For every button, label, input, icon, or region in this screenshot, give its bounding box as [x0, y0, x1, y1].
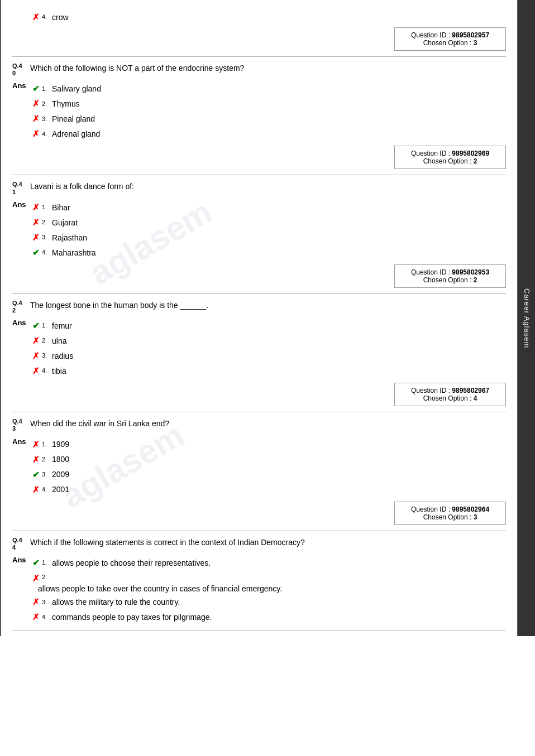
q40-text: Which of the following is NOT a part of …: [30, 62, 506, 74]
q40-options: ✔ 1. Salivary gland ✗ 2. Thymus ✗ 3. Pin…: [32, 80, 101, 142]
question-40-block: Q.40 Which of the following is NOT a par…: [12, 57, 506, 175]
sidebar-label: Career Aglasem: [523, 288, 531, 348]
q43-text: When did the civil war in Sri Lanka end?: [30, 418, 506, 430]
q40-qid-label: Question ID :: [411, 150, 450, 157]
q44-number: Q.44: [12, 537, 30, 551]
q42-opt2: ✗ 2. ulna: [32, 334, 73, 348]
correct-icon: ✔: [32, 468, 40, 481]
q43-opt2: ✗ 2. 1800: [32, 453, 69, 466]
wrong-icon: ✗: [32, 216, 40, 229]
q42-qid-label: Question ID :: [411, 387, 450, 394]
sidebar-right: Career Aglasem: [518, 0, 535, 636]
question-43-block: Q.43 When did the civil war in Sri Lanka…: [12, 412, 506, 531]
q44-opt1-text: allows people to choose their representa…: [52, 557, 211, 569]
correct-icon: ✔: [32, 319, 40, 333]
q44-opt4-text: commands people to pay taxes for pilgrim…: [52, 611, 212, 623]
wrong-icon: ✗: [32, 334, 40, 348]
wrong-icon: ✗: [32, 483, 40, 497]
q43-info-box: Question ID : 9895802964 Chosen Option :…: [12, 502, 506, 525]
option-text: crow: [52, 11, 69, 23]
q42-ans-label: Ans: [12, 317, 32, 327]
q41-chosen-label: Chosen Option :: [423, 276, 472, 284]
q42-header: Q.42 The longest bone in the human body …: [12, 300, 506, 314]
q42-opt1: ✔ 1. femur: [32, 319, 73, 333]
q42-number: Q.42: [12, 300, 30, 314]
q42-qid-value: 9895802967: [452, 387, 489, 394]
q44-opt4: ✗ 4. commands people to pay taxes for pi…: [32, 610, 282, 624]
q41-opt3-text: Rajasthan: [52, 232, 87, 244]
prev-chosen-value: 3: [474, 39, 477, 47]
wrong-icon: ✗: [32, 11, 40, 24]
q41-info-inner: Question ID : 9895802953 Chosen Option :…: [394, 264, 506, 288]
q42-opt1-text: femur: [52, 320, 72, 332]
q43-opt3: ✔ 3. 2009: [32, 468, 69, 481]
q42-info-box: Question ID : 9895802967 Chosen Option :…: [12, 383, 506, 406]
q42-opt3-text: radius: [52, 350, 73, 362]
q41-info-box: Question ID : 9895802953 Chosen Option :…: [12, 264, 506, 288]
q44-opt2-text: allows people to take over the country i…: [32, 584, 282, 593]
wrong-icon: ✗: [32, 610, 40, 624]
q44-opt3-text: allows the military to rule the country.: [52, 596, 180, 608]
top-crow-item: ✗ 4. crow Question ID : 9895802957 Chose…: [12, 6, 506, 57]
wrong-icon: ✗: [32, 201, 40, 214]
q44-header: Q.44 Which if the following statements i…: [12, 537, 506, 551]
prev-qid-value: 9895802957: [452, 31, 489, 39]
q42-options: ✔ 1. femur ✗ 2. ulna ✗ 3. radius: [32, 317, 73, 379]
q40-opt3: ✗ 3. Pineal gland: [32, 112, 101, 126]
q42-opt3: ✗ 3. radius: [32, 349, 73, 363]
wrong-icon: ✗: [32, 127, 40, 141]
q43-opt4-text: 2001: [52, 483, 69, 495]
q41-qid-label: Question ID :: [411, 268, 450, 276]
q41-ans-row: Ans ✗ 1. Bihar ✗ 2. Gujarat ✗ 3.: [12, 199, 506, 261]
q40-opt2: ✗ 2. Thymus: [32, 97, 101, 110]
wrong-icon: ✗: [32, 112, 40, 126]
q43-number: Q.43: [12, 418, 30, 432]
q40-ans-label: Ans: [12, 80, 32, 90]
q42-ans-row: Ans ✔ 1. femur ✗ 2. ulna ✗ 3.: [12, 317, 506, 379]
prev-info-box: Question ID : 9895802957 Chosen Option :…: [32, 27, 506, 51]
q41-opt3: ✗ 3. Rajasthan: [32, 231, 96, 244]
wrong-icon: ✗: [32, 97, 40, 110]
q43-opt1-text: 1909: [52, 438, 69, 450]
option-number: 4.: [42, 12, 52, 22]
q40-qid-value: 9895802969: [452, 150, 489, 157]
correct-icon: ✔: [32, 246, 40, 259]
q41-opt1: ✗ 1. Bihar: [32, 201, 96, 214]
q40-info-inner: Question ID : 9895802969 Chosen Option :…: [394, 146, 506, 169]
q40-opt1-text: Salivary gland: [52, 83, 101, 95]
q41-qid-value: 9895802953: [452, 268, 489, 276]
wrong-icon: ✗: [32, 572, 40, 585]
q44-options: ✔ 1. allows people to choose their repre…: [32, 555, 282, 626]
correct-icon: ✔: [32, 556, 40, 570]
q40-opt1: ✔ 1. Salivary gland: [32, 82, 101, 95]
q43-options: ✗ 1. 1909 ✗ 2. 1800 ✔ 3. 2009: [32, 436, 69, 498]
question-41-block: Q.41 Lavani is a folk dance form of: Ans…: [12, 175, 506, 293]
prev-qid-label: Question ID :: [411, 31, 450, 39]
q44-ans-label: Ans: [12, 555, 32, 564]
q41-header: Q.41 Lavani is a folk dance form of:: [12, 181, 506, 195]
q43-qid-label: Question ID :: [411, 505, 450, 513]
q43-qid-value: 9895802964: [452, 505, 489, 513]
q43-opt4: ✗ 4. 2001: [32, 483, 69, 497]
q44-opt2: ✗ 2.: [32, 571, 282, 585]
q43-header: Q.43 When did the civil war in Sri Lanka…: [12, 418, 506, 432]
q42-opt4-text: tibia: [52, 365, 66, 377]
wrong-icon: ✗: [32, 453, 40, 466]
correct-icon: ✔: [32, 82, 40, 95]
q42-opt4: ✗ 4. tibia: [32, 364, 73, 378]
wrong-icon: ✗: [32, 595, 40, 609]
q41-options: ✗ 1. Bihar ✗ 2. Gujarat ✗ 3. Rajasthan: [32, 199, 96, 261]
q44-opt3: ✗ 3. allows the military to rule the cou…: [32, 595, 282, 609]
q41-opt4-text: Maharashtra: [52, 247, 96, 259]
wrong-icon: ✗: [32, 231, 40, 244]
q41-opt1-text: Bihar: [52, 201, 70, 214]
wrong-icon: ✗: [32, 438, 40, 451]
q40-opt2-text: Thymus: [52, 98, 80, 110]
wrong-icon: ✗: [32, 349, 40, 363]
q42-chosen-value: 4: [474, 394, 477, 402]
q42-info-inner: Question ID : 9895802967 Chosen Option :…: [394, 383, 506, 406]
q44-ans-row: Ans ✔ 1. allows people to choose their r…: [12, 555, 506, 626]
q41-opt4: ✔ 4. Maharashtra: [32, 246, 96, 259]
q43-chosen-label: Chosen Option :: [423, 513, 472, 521]
q40-header: Q.40 Which of the following is NOT a par…: [12, 62, 506, 77]
